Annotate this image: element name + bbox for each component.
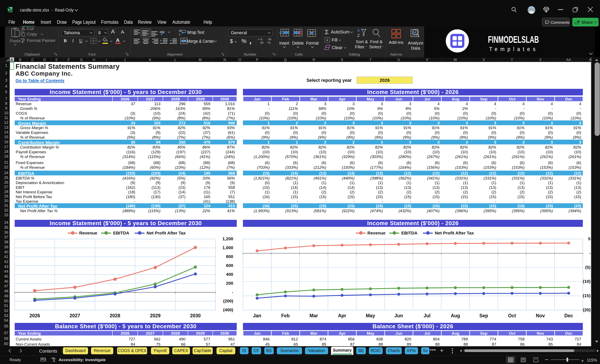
svg-text:.0: .0	[260, 38, 262, 41]
svg-text:.00: .00	[260, 41, 263, 44]
svg-text:ab: ab	[179, 29, 182, 32]
svg-text:.0: .0	[268, 41, 271, 44]
svg-text:A: A	[357, 28, 360, 33]
svg-text:Z: Z	[357, 33, 360, 38]
svg-text:c: c	[179, 33, 180, 36]
svg-text:x: x	[8, 8, 9, 11]
svg-text:.00: .00	[268, 38, 271, 41]
